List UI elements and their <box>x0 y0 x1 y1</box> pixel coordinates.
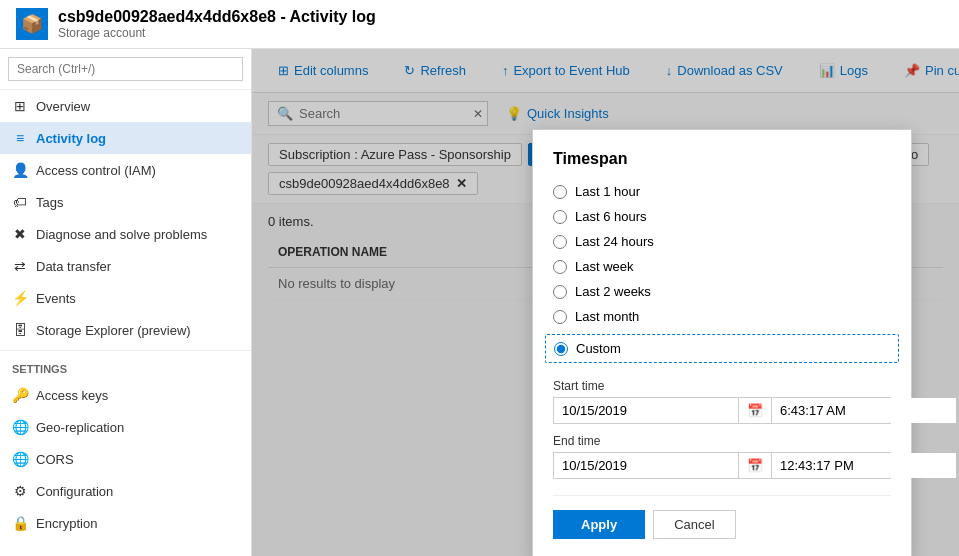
radio-last-24-hours-input[interactable] <box>553 235 567 249</box>
sidebar-label-geo-replication: Geo-replication <box>36 420 124 435</box>
radio-last-6-hours-label: Last 6 hours <box>575 209 647 224</box>
data-transfer-icon: ⇄ <box>12 258 28 274</box>
storage-explorer-icon: 🗄 <box>12 322 28 338</box>
sidebar-item-access-keys[interactable]: 🔑 Access keys <box>0 379 251 411</box>
sidebar-label-access-control: Access control (IAM) <box>36 163 156 178</box>
radio-last-month[interactable]: Last month <box>553 309 891 324</box>
configuration-icon: ⚙ <box>12 483 28 499</box>
page-title: csb9de00928aed4x4dd6x8e8 - Activity log <box>58 8 376 26</box>
sidebar-item-cors[interactable]: 🌐 CORS <box>0 443 251 475</box>
sidebar-label-cors: CORS <box>36 452 74 467</box>
sidebar-item-activity-log[interactable]: ≡ Activity log <box>0 122 251 154</box>
encryption-icon: 🔒 <box>12 515 28 531</box>
radio-last-24-hours[interactable]: Last 24 hours <box>553 234 891 249</box>
sidebar-label-events: Events <box>36 291 76 306</box>
radio-last-24-hours-label: Last 24 hours <box>575 234 654 249</box>
radio-last-week-label: Last week <box>575 259 634 274</box>
radio-last-2-weeks[interactable]: Last 2 weeks <box>553 284 891 299</box>
sidebar-label-storage-explorer: Storage Explorer (preview) <box>36 323 191 338</box>
start-date-row: 📅 <box>553 397 891 424</box>
timespan-panel: Timespan Last 1 hour Last 6 hours Last 2… <box>532 129 912 556</box>
tags-icon: 🏷 <box>12 194 28 210</box>
radio-last-1-hour[interactable]: Last 1 hour <box>553 184 891 199</box>
sidebar-item-diagnose[interactable]: ✖ Diagnose and solve problems <box>0 218 251 250</box>
sidebar: ⊞ Overview ≡ Activity log 👤 Access contr… <box>0 49 252 556</box>
sidebar-item-configuration[interactable]: ⚙ Configuration <box>0 475 251 507</box>
start-time-input[interactable] <box>771 398 956 423</box>
header: 📦 csb9de00928aed4x4dd6x8e8 - Activity lo… <box>0 0 959 49</box>
start-time-label: Start time <box>553 379 891 393</box>
radio-last-1-hour-input[interactable] <box>553 185 567 199</box>
sidebar-label-diagnose: Diagnose and solve problems <box>36 227 207 242</box>
apply-button[interactable]: Apply <box>553 510 645 539</box>
radio-last-week[interactable]: Last week <box>553 259 891 274</box>
end-date-input[interactable] <box>554 453 738 478</box>
radio-last-month-label: Last month <box>575 309 639 324</box>
activity-log-icon: ≡ <box>12 130 28 146</box>
sidebar-item-data-transfer[interactable]: ⇄ Data transfer <box>0 250 251 282</box>
sidebar-item-encryption[interactable]: 🔒 Encryption <box>0 507 251 539</box>
content-area: ⊞ Edit columns ↻ Refresh ↑ Export to Eve… <box>252 49 959 556</box>
sidebar-item-geo-replication[interactable]: 🌐 Geo-replication <box>0 411 251 443</box>
radio-last-week-input[interactable] <box>553 260 567 274</box>
sidebar-label-activity-log: Activity log <box>36 131 106 146</box>
settings-section-header: Settings <box>0 355 251 379</box>
timespan-radio-group: Last 1 hour Last 6 hours Last 24 hours L… <box>553 184 891 363</box>
radio-custom-input[interactable] <box>554 342 568 356</box>
custom-time-fields: Start time 📅 End time 📅 <box>553 379 891 479</box>
timespan-panel-actions: Apply Cancel <box>553 495 891 539</box>
sidebar-search-box[interactable] <box>0 49 251 90</box>
start-date-calendar-button[interactable]: 📅 <box>738 398 771 423</box>
events-icon: ⚡ <box>12 290 28 306</box>
radio-last-6-hours[interactable]: Last 6 hours <box>553 209 891 224</box>
diagnose-icon: ✖ <box>12 226 28 242</box>
access-keys-icon: 🔑 <box>12 387 28 403</box>
sidebar-item-events[interactable]: ⚡ Events <box>0 282 251 314</box>
sidebar-search-input[interactable] <box>8 57 243 81</box>
sidebar-label-tags: Tags <box>36 195 63 210</box>
header-title-block: csb9de00928aed4x4dd6x8e8 - Activity log … <box>58 8 376 40</box>
sidebar-label-overview: Overview <box>36 99 90 114</box>
geo-replication-icon: 🌐 <box>12 419 28 435</box>
sidebar-label-encryption: Encryption <box>36 516 97 531</box>
cors-icon: 🌐 <box>12 451 28 467</box>
storage-icon-glyph: 📦 <box>21 13 43 35</box>
main-layout: ⊞ Overview ≡ Activity log 👤 Access contr… <box>0 49 959 556</box>
end-date-calendar-button[interactable]: 📅 <box>738 453 771 478</box>
timespan-panel-title: Timespan <box>553 150 891 168</box>
sidebar-item-overview[interactable]: ⊞ Overview <box>0 90 251 122</box>
end-time-input[interactable] <box>771 453 956 478</box>
access-control-icon: 👤 <box>12 162 28 178</box>
radio-last-month-input[interactable] <box>553 310 567 324</box>
overview-icon: ⊞ <box>12 98 28 114</box>
storage-icon: 📦 <box>16 8 48 40</box>
radio-last-1-hour-label: Last 1 hour <box>575 184 640 199</box>
sidebar-label-access-keys: Access keys <box>36 388 108 403</box>
radio-last-2-weeks-input[interactable] <box>553 285 567 299</box>
sidebar-label-configuration: Configuration <box>36 484 113 499</box>
start-date-input[interactable] <box>554 398 738 423</box>
sidebar-item-storage-explorer[interactable]: 🗄 Storage Explorer (preview) <box>0 314 251 346</box>
radio-custom-label: Custom <box>576 341 621 356</box>
sidebar-label-data-transfer: Data transfer <box>36 259 111 274</box>
sidebar-item-tags[interactable]: 🏷 Tags <box>0 186 251 218</box>
sidebar-item-access-control[interactable]: 👤 Access control (IAM) <box>0 154 251 186</box>
resource-type-label: Storage account <box>58 26 376 40</box>
radio-last-2-weeks-label: Last 2 weeks <box>575 284 651 299</box>
end-time-label: End time <box>553 434 891 448</box>
cancel-button[interactable]: Cancel <box>653 510 735 539</box>
end-date-row: 📅 <box>553 452 891 479</box>
radio-custom[interactable]: Custom <box>545 334 899 363</box>
sidebar-divider <box>0 350 251 351</box>
radio-last-6-hours-input[interactable] <box>553 210 567 224</box>
